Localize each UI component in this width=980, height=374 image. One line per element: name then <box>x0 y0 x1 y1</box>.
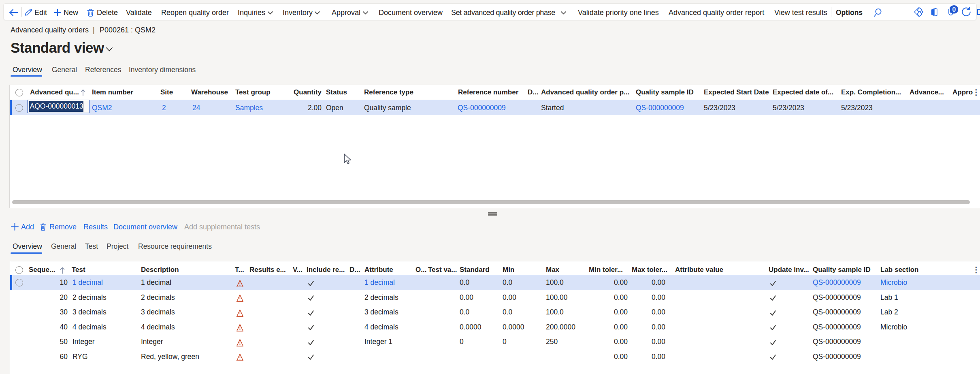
svg-text:0: 0 <box>952 6 956 13</box>
